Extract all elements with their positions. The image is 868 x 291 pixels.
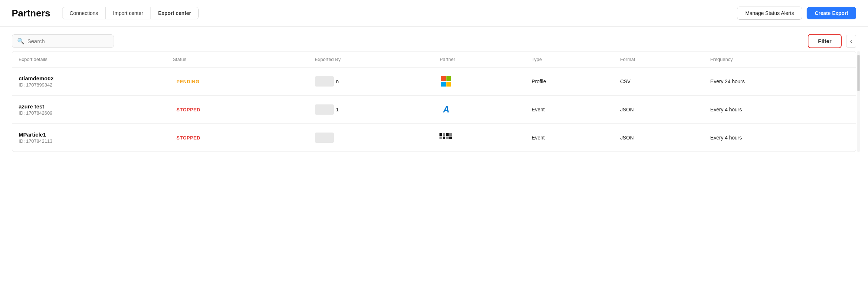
scrollbar-thumb[interactable]	[857, 55, 860, 91]
avatar-placeholder	[315, 133, 334, 143]
format-cell: JSON	[613, 96, 704, 124]
exported-by-cell	[308, 124, 433, 152]
col-exported-by: Exported By	[308, 51, 433, 68]
tab-export-center[interactable]: Export center	[151, 7, 198, 19]
export-details-cell: MParticle1 ID: 1707842113	[12, 124, 166, 152]
svg-rect-2	[446, 133, 449, 136]
type-cell: Profile	[525, 68, 613, 96]
status-badge: PENDING	[173, 77, 203, 86]
col-export-details: Export details	[12, 51, 166, 68]
status-cell: STOPPED	[166, 96, 308, 124]
create-export-button[interactable]: Create Export	[807, 7, 856, 19]
svg-rect-3	[449, 133, 452, 136]
partner-cell	[433, 68, 525, 96]
page-header: Partners Connections Import center Expor…	[0, 0, 868, 27]
table-row[interactable]: azure test ID: 1707842609 STOPPED 1	[12, 96, 856, 124]
svg-rect-5	[443, 137, 445, 139]
frequency-cell: Every 24 hours	[704, 68, 856, 96]
exported-by-initial: 1	[336, 107, 339, 112]
microsoft-logo	[439, 75, 453, 88]
col-frequency: Frequency	[704, 51, 856, 68]
tab-group: Connections Import center Export center	[62, 7, 199, 19]
table-container: Export details Status Exported By Partne…	[12, 51, 856, 152]
azure-logo: A	[439, 103, 453, 116]
col-status: Status	[166, 51, 308, 68]
format-cell: JSON	[613, 124, 704, 152]
avatar-placeholder	[315, 104, 334, 115]
search-icon: 🔍	[17, 38, 24, 45]
search-box: 🔍	[12, 34, 114, 48]
export-id: ID: 1707842113	[19, 138, 160, 144]
exported-by-cell: 1	[308, 96, 433, 124]
table-row[interactable]: MParticle1 ID: 1707842113 STOPPED	[12, 124, 856, 152]
export-name: azure test	[19, 103, 160, 110]
search-input[interactable]	[27, 38, 108, 44]
svg-rect-4	[439, 137, 442, 139]
tab-connections[interactable]: Connections	[62, 7, 106, 19]
status-cell: PENDING	[166, 68, 308, 96]
table-body: ctiamdemo02 ID: 1707899842 PENDING n	[12, 68, 856, 152]
header-actions: Manage Status Alerts Create Export	[737, 7, 856, 20]
table-header: Export details Status Exported By Partne…	[12, 51, 856, 68]
partner-cell: A	[433, 96, 525, 124]
frequency-cell: Every 4 hours	[704, 96, 856, 124]
export-id: ID: 1707842609	[19, 110, 160, 116]
tab-import-center[interactable]: Import center	[106, 7, 151, 19]
export-name: ctiamdemo02	[19, 75, 160, 81]
table-row[interactable]: ctiamdemo02 ID: 1707899842 PENDING n	[12, 68, 856, 96]
export-details-cell: ctiamdemo02 ID: 1707899842	[12, 68, 166, 96]
avatar-placeholder	[315, 76, 334, 87]
manage-status-alerts-button[interactable]: Manage Status Alerts	[737, 7, 802, 20]
type-cell: Event	[525, 124, 613, 152]
scrollbar-track[interactable]	[857, 51, 860, 152]
page-title: Partners	[12, 8, 50, 19]
svg-rect-6	[446, 137, 449, 139]
export-id: ID: 1707899842	[19, 82, 160, 88]
exported-by-initial: n	[336, 79, 339, 84]
col-partner: Partner	[433, 51, 525, 68]
collapse-panel-button[interactable]: ‹	[846, 35, 856, 48]
status-badge: STOPPED	[173, 134, 204, 142]
col-type: Type	[525, 51, 613, 68]
toolbar: 🔍 Filter ‹	[12, 34, 856, 48]
format-cell: CSV	[613, 68, 704, 96]
export-details-cell: azure test ID: 1707842609	[12, 96, 166, 124]
export-name: MParticle1	[19, 131, 160, 138]
main-content: 🔍 Filter ‹ Export details Status Exporte…	[0, 27, 868, 159]
svg-rect-1	[443, 133, 445, 136]
chevron-left-icon: ‹	[850, 38, 852, 45]
col-format: Format	[613, 51, 704, 68]
type-cell: Event	[525, 96, 613, 124]
mparticle-logo	[439, 131, 453, 144]
azure-icon: A	[443, 104, 449, 115]
status-cell: STOPPED	[166, 124, 308, 152]
exports-table: Export details Status Exported By Partne…	[12, 51, 856, 152]
partner-cell	[433, 124, 525, 152]
table-wrapper: Export details Status Exported By Partne…	[12, 51, 856, 152]
mparticle-icon	[439, 133, 453, 142]
status-badge: STOPPED	[173, 106, 204, 114]
svg-rect-7	[449, 137, 452, 139]
frequency-cell: Every 4 hours	[704, 124, 856, 152]
exported-by-cell: n	[308, 68, 433, 96]
ms-grid-icon	[441, 76, 451, 87]
filter-button[interactable]: Filter	[808, 34, 842, 48]
svg-rect-0	[439, 133, 442, 136]
